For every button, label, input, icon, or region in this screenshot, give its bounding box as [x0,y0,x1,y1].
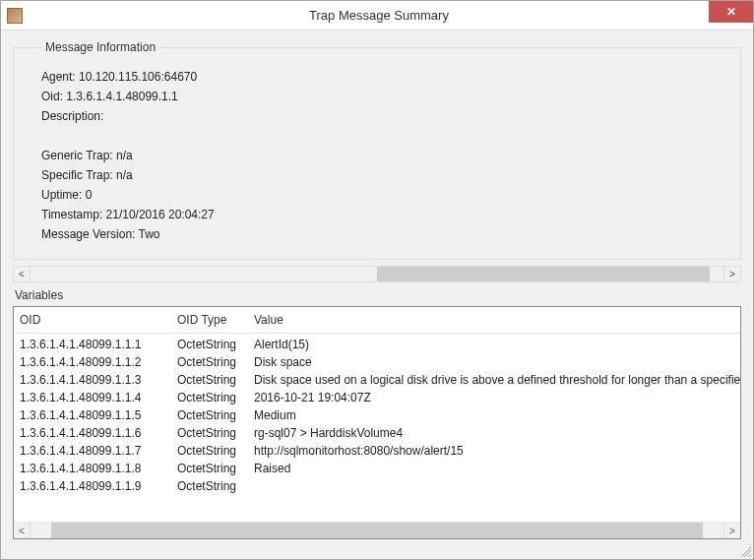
timestamp-label: Timestamp: [41,208,102,221]
cell-value: AlertId(15) [254,336,740,353]
scroll-left-icon[interactable]: < [14,267,31,281]
cell-type: OctetString [177,477,254,495]
oid-value: 1.3.6.1.4.1.48099.1.1 [66,90,177,103]
agent-value: 10.120.115.106:64670 [79,70,197,84]
cell-oid: 1.3.6.1.4.1.48099.1.1.2 [20,353,177,371]
cell-value: Disk space [254,353,740,371]
column-header-oid[interactable]: OID [20,313,177,327]
cell-value: Medium [254,406,740,424]
column-header-type[interactable]: OID Type [177,313,254,327]
cell-oid: 1.3.6.1.4.1.48099.1.1.3 [20,371,177,389]
version-label: Message Version: [41,227,135,241]
scroll-right-icon[interactable]: > [723,523,740,538]
scroll-thumb[interactable] [377,267,710,281]
variables-label: Variables [15,288,741,302]
cell-type: OctetString [177,371,254,389]
cell-value: Disk space used on a logical disk drive … [254,371,740,389]
message-info-scrollbar[interactable]: < > [13,266,741,282]
version-value: Two [139,227,160,241]
uptime-value: 0 [86,188,93,202]
cell-value [254,477,740,495]
cell-type: OctetString [177,460,254,477]
scroll-track[interactable] [31,523,723,538]
cell-value: rg-sql07 > HarddiskVolume4 [254,424,740,442]
cell-oid: 1.3.6.1.4.1.48099.1.1.6 [20,424,177,442]
table-row[interactable]: 1.3.6.1.4.1.48099.1.1.5OctetStringMedium [20,406,740,424]
variables-body: 1.3.6.1.4.1.48099.1.1.1OctetStringAlertI… [14,334,740,522]
agent-label: Agent: [41,70,76,84]
specific-trap-line: Specific Trap: n/a [41,168,730,182]
table-row[interactable]: 1.3.6.1.4.1.48099.1.1.7OctetStringhttp:/… [20,442,740,460]
table-row[interactable]: 1.3.6.1.4.1.48099.1.1.3OctetStringDisk s… [20,371,740,389]
close-icon: ✕ [726,5,736,19]
variables-scrollbar[interactable]: < > [14,522,740,538]
generic-trap-line: Generic Trap: n/a [41,149,730,162]
table-row[interactable]: 1.3.6.1.4.1.48099.1.1.4OctetString2016-1… [20,389,740,406]
column-header-value[interactable]: Value [254,313,740,327]
cell-oid: 1.3.6.1.4.1.48099.1.1.9 [20,477,177,495]
message-information-group: Message Information Agent: 10.120.115.10… [13,40,741,260]
scroll-thumb[interactable] [51,523,703,538]
statusbar [13,539,741,555]
resize-grip-icon[interactable] [739,545,751,557]
generic-trap-label: Generic Trap: [41,149,113,162]
timestamp-value: 21/10/2016 20:04:27 [106,208,215,221]
cell-oid: 1.3.6.1.4.1.48099.1.1.8 [20,460,177,477]
table-row[interactable]: 1.3.6.1.4.1.48099.1.1.8OctetStringRaised [20,460,740,477]
uptime-line: Uptime: 0 [41,188,730,202]
uptime-label: Uptime: [41,188,82,202]
table-row[interactable]: 1.3.6.1.4.1.48099.1.1.2OctetStringDisk s… [20,353,740,371]
close-button[interactable]: ✕ [709,1,753,23]
cell-oid: 1.3.6.1.4.1.48099.1.1.7 [20,442,177,460]
oid-label: Oid: [41,90,63,103]
variables-header: OID OID Type Value [14,307,740,334]
cell-type: OctetString [177,389,254,406]
generic-trap-value: n/a [116,149,133,162]
oid-line: Oid: 1.3.6.1.4.1.48099.1.1 [41,90,730,103]
scroll-left-icon[interactable]: < [14,523,31,538]
description-line: Description: [41,109,730,123]
cell-oid: 1.3.6.1.4.1.48099.1.1.5 [20,406,177,424]
agent-line: Agent: 10.120.115.106:64670 [41,70,730,84]
cell-type: OctetString [177,336,254,353]
table-row[interactable]: 1.3.6.1.4.1.48099.1.1.9OctetString [20,477,740,495]
scroll-right-icon[interactable]: > [723,267,740,281]
timestamp-line: Timestamp: 21/10/2016 20:04:27 [41,208,730,221]
specific-trap-value: n/a [116,168,133,182]
cell-type: OctetString [177,406,254,424]
cell-oid: 1.3.6.1.4.1.48099.1.1.4 [20,389,177,406]
message-information-legend: Message Information [41,40,159,54]
window-title: Trap Message Summary [5,8,753,23]
scroll-track[interactable] [31,267,723,281]
version-line: Message Version: Two [41,227,730,241]
description-label: Description: [41,109,103,123]
specific-trap-label: Specific Trap: [41,168,113,182]
cell-value: Raised [254,460,740,477]
cell-value: 2016-10-21 19:04:07Z [254,389,740,406]
cell-type: OctetString [177,424,254,442]
table-row[interactable]: 1.3.6.1.4.1.48099.1.1.1OctetStringAlertI… [20,336,740,353]
trap-summary-window: Trap Message Summary ✕ Message Informati… [0,0,754,560]
titlebar[interactable]: Trap Message Summary ✕ [1,1,753,31]
variables-panel: OID OID Type Value 1.3.6.1.4.1.48099.1.1… [13,306,741,539]
cell-value: http://sqlmonitorhost:8080/show/alert/15 [254,442,740,460]
cell-type: OctetString [177,442,254,460]
cell-type: OctetString [177,353,254,371]
content-area: Message Information Agent: 10.120.115.10… [1,31,753,559]
cell-oid: 1.3.6.1.4.1.48099.1.1.1 [20,336,177,353]
table-row[interactable]: 1.3.6.1.4.1.48099.1.1.6OctetStringrg-sql… [20,424,740,442]
